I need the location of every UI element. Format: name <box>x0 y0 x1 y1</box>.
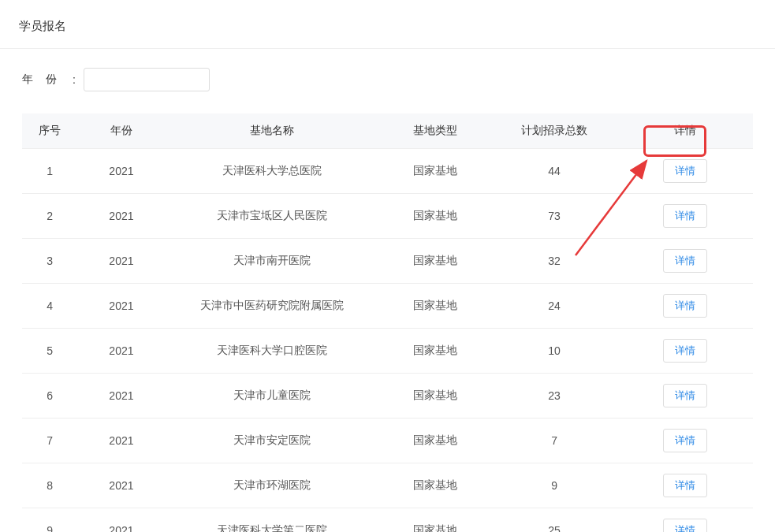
header-action: 详情 <box>618 113 753 149</box>
cell-index: 5 <box>22 329 78 374</box>
table-row: 62021天津市儿童医院国家基地23详情 <box>22 374 753 419</box>
detail-button[interactable]: 详情 <box>663 384 707 407</box>
cell-year: 2021 <box>78 419 166 463</box>
page-title: 学员报名 <box>0 0 775 49</box>
cell-action: 详情 <box>618 508 753 533</box>
table-row: 92021天津医科大学第二医院国家基地25详情 <box>22 508 753 533</box>
cell-type: 国家基地 <box>379 149 490 194</box>
cell-count: 32 <box>490 239 617 284</box>
detail-button[interactable]: 详情 <box>663 519 707 532</box>
cell-index: 8 <box>22 463 78 508</box>
table-row: 72021天津市安定医院国家基地7详情 <box>22 419 753 463</box>
cell-action: 详情 <box>618 194 753 239</box>
cell-type: 国家基地 <box>379 508 490 533</box>
cell-name: 天津市南开医院 <box>165 239 379 284</box>
cell-index: 9 <box>22 508 78 533</box>
cell-name: 天津市儿童医院 <box>165 374 379 419</box>
header-type: 基地类型 <box>379 113 490 149</box>
cell-index: 4 <box>22 284 78 329</box>
cell-action: 详情 <box>618 329 753 374</box>
cell-year: 2021 <box>78 194 166 239</box>
filter-bar: 年份 : <box>0 49 775 98</box>
cell-year: 2021 <box>78 463 166 508</box>
cell-type: 国家基地 <box>379 374 490 419</box>
detail-button[interactable]: 详情 <box>663 159 707 183</box>
cell-type: 国家基地 <box>379 239 490 284</box>
cell-count: 23 <box>490 374 617 419</box>
cell-index: 7 <box>22 419 78 463</box>
detail-button[interactable]: 详情 <box>663 474 707 497</box>
year-input[interactable] <box>84 68 210 91</box>
cell-count: 9 <box>490 463 617 508</box>
cell-year: 2021 <box>78 508 166 533</box>
header-name: 基地名称 <box>165 113 379 149</box>
table-row: 52021天津医科大学口腔医院国家基地10详情 <box>22 329 753 374</box>
cell-count: 25 <box>490 508 617 533</box>
detail-button[interactable]: 详情 <box>663 339 707 363</box>
detail-button[interactable]: 详情 <box>663 249 707 273</box>
cell-year: 2021 <box>78 374 166 419</box>
table-header-row: 序号 年份 基地名称 基地类型 计划招录总数 详情 <box>22 113 753 149</box>
base-table: 序号 年份 基地名称 基地类型 计划招录总数 详情 12021天津医科大学总医院… <box>22 113 753 532</box>
cell-year: 2021 <box>78 239 166 284</box>
cell-count: 73 <box>490 194 617 239</box>
header-count: 计划招录总数 <box>490 113 617 149</box>
header-index: 序号 <box>22 113 78 149</box>
table-row: 22021天津市宝坻区人民医院国家基地73详情 <box>22 194 753 239</box>
cell-type: 国家基地 <box>379 194 490 239</box>
table-row: 32021天津市南开医院国家基地32详情 <box>22 239 753 284</box>
cell-action: 详情 <box>618 239 753 284</box>
cell-count: 24 <box>490 284 617 329</box>
cell-year: 2021 <box>78 149 166 194</box>
cell-name: 天津医科大学总医院 <box>165 149 379 194</box>
cell-type: 国家基地 <box>379 419 490 463</box>
cell-name: 天津市中医药研究院附属医院 <box>165 284 379 329</box>
cell-name: 天津医科大学口腔医院 <box>165 329 379 374</box>
cell-action: 详情 <box>618 463 753 508</box>
cell-type: 国家基地 <box>379 329 490 374</box>
cell-name: 天津市安定医院 <box>165 419 379 463</box>
year-filter-colon: : <box>73 73 76 86</box>
table-row: 42021天津市中医药研究院附属医院国家基地24详情 <box>22 284 753 329</box>
cell-type: 国家基地 <box>379 284 490 329</box>
cell-count: 10 <box>490 329 617 374</box>
cell-action: 详情 <box>618 284 753 329</box>
detail-button[interactable]: 详情 <box>663 429 707 452</box>
cell-name: 天津市宝坻区人民医院 <box>165 194 379 239</box>
year-filter-label: 年份 <box>22 73 69 87</box>
table-row: 82021天津市环湖医院国家基地9详情 <box>22 463 753 508</box>
detail-button[interactable]: 详情 <box>663 294 707 318</box>
cell-name: 天津医科大学第二医院 <box>165 508 379 533</box>
cell-index: 2 <box>22 194 78 239</box>
cell-year: 2021 <box>78 284 166 329</box>
cell-name: 天津市环湖医院 <box>165 463 379 508</box>
cell-action: 详情 <box>618 149 753 194</box>
cell-type: 国家基地 <box>379 463 490 508</box>
detail-button[interactable]: 详情 <box>663 204 707 228</box>
cell-index: 3 <box>22 239 78 284</box>
cell-count: 44 <box>490 149 617 194</box>
cell-index: 6 <box>22 374 78 419</box>
cell-index: 1 <box>22 149 78 194</box>
cell-count: 7 <box>490 419 617 463</box>
table-row: 12021天津医科大学总医院国家基地44详情 <box>22 149 753 194</box>
header-year: 年份 <box>78 113 166 149</box>
cell-action: 详情 <box>618 419 753 463</box>
cell-action: 详情 <box>618 374 753 419</box>
cell-year: 2021 <box>78 329 166 374</box>
